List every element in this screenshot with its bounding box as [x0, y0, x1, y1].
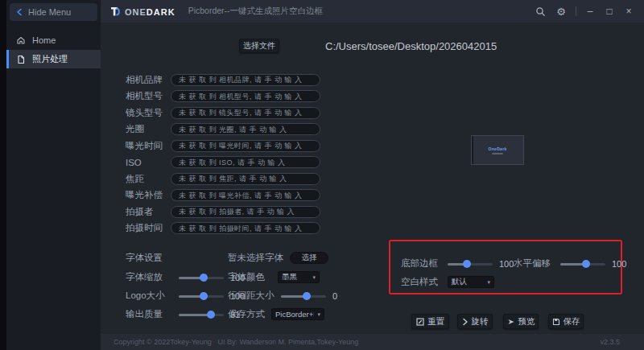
- camera-brand-input[interactable]: [171, 74, 320, 86]
- horizontal-offset-label: 水平偏移: [514, 257, 554, 270]
- horizontal-offset-value: 100: [612, 259, 626, 269]
- output-quality-row: 输出质量 81: [126, 308, 240, 320]
- onedark-logo-icon: [109, 5, 122, 18]
- desktop-edge-strip: [0, 0, 6, 350]
- preview-label: 预览: [518, 316, 535, 327]
- sidebar-item-home[interactable]: Home: [6, 31, 101, 49]
- chevron-left-icon: [16, 5, 23, 19]
- sidebar-item-photo-processing[interactable]: 照片处理: [6, 50, 101, 68]
- font-color-value: 墨黑: [282, 272, 297, 282]
- thumbnail-logo-text: OneDark: [489, 146, 507, 151]
- line-spacing-slider[interactable]: [281, 292, 326, 300]
- copyright-text: Copyright © 2022Tokey-Yeung UI By: Wande…: [114, 338, 358, 346]
- sidebar-item-label: 照片处理: [32, 53, 68, 65]
- blank-style-value: 默认: [452, 277, 467, 287]
- hide-menu-label: Hide Menu: [28, 7, 71, 17]
- horizontal-offset-row: 水平偏移 100: [514, 257, 626, 270]
- field-label: 拍摄者: [126, 206, 171, 218]
- search-icon[interactable]: [534, 5, 547, 18]
- select-file-button[interactable]: 选择文件: [239, 39, 279, 53]
- preview-thumbnail: OneDark: [471, 135, 524, 165]
- bottom-border-value: 100: [499, 259, 514, 269]
- field-label: 曝光补偿: [126, 189, 171, 201]
- line-spacing-value: 0: [332, 291, 337, 301]
- reset-button[interactable]: 重置: [411, 314, 449, 329]
- logo-size-slider[interactable]: [179, 292, 224, 300]
- photographer-input[interactable]: [171, 206, 320, 218]
- aperture-input[interactable]: [171, 123, 320, 135]
- exposure-compensation-input[interactable]: [171, 189, 320, 201]
- shooting-time-input[interactable]: [171, 222, 320, 234]
- focal-length-input[interactable]: [171, 173, 320, 185]
- status-bar: Copyright © 2022Tokey-Yeung UI By: Wande…: [101, 334, 644, 350]
- sidebar-item-label: Home: [32, 35, 56, 45]
- bottom-border-slider[interactable]: [448, 260, 493, 268]
- app-logo: ONEDARK: [109, 4, 175, 19]
- titlebar: ONEDARK Picborder--一键式生成照片空白边框 ⚙ – □ ×: [101, 0, 644, 23]
- exif-row: 拍摄者: [126, 205, 320, 219]
- exif-row: 相机型号: [126, 90, 320, 104]
- window-title: Picborder--一键式生成照片空白边框: [188, 6, 323, 17]
- lens-model-input[interactable]: [171, 107, 320, 119]
- field-label: 镜头型号: [126, 107, 171, 119]
- close-button[interactable]: ×: [623, 6, 634, 17]
- line-spacing-label: 行间距大小: [228, 290, 275, 302]
- save-mode-row: 保存方式 PicBorder+E ▾: [228, 308, 324, 320]
- rotate-button[interactable]: 旋转: [457, 314, 493, 329]
- exif-row: 镜头型号: [126, 106, 320, 120]
- chevron-down-icon: ▾: [309, 274, 316, 281]
- logo-text-dark: DARK: [147, 7, 175, 17]
- save-icon: [552, 318, 560, 326]
- thumbnail-caption-line: [492, 153, 503, 154]
- field-label: 光圈: [126, 123, 171, 135]
- save-mode-label: 保存方式: [228, 308, 268, 320]
- rotate-icon: [462, 318, 469, 326]
- blank-style-row: 空白样式 默认 ▾: [401, 276, 494, 288]
- titlebar-controls: ⚙ – □ ×: [534, 5, 644, 18]
- font-select-button[interactable]: 选择: [290, 252, 328, 264]
- save-mode-select[interactable]: PicBorder+E ▾: [271, 308, 324, 320]
- titlebar-divider: [576, 6, 576, 16]
- save-label: 保存: [564, 316, 580, 327]
- iso-input[interactable]: [171, 156, 320, 168]
- exif-row: 光圈: [126, 123, 320, 137]
- field-label: ISO: [126, 158, 171, 167]
- font-scale-slider[interactable]: [179, 274, 224, 282]
- save-button[interactable]: 保存: [548, 314, 584, 329]
- field-label: 曝光时间: [126, 140, 171, 152]
- font-color-row: 字体颜色 墨黑 ▾: [228, 271, 320, 283]
- home-icon: [16, 35, 26, 45]
- app-window: Hide Menu Home 照片处理 ONEDARK Picborder--一…: [0, 0, 644, 350]
- document-icon: [16, 55, 26, 64]
- preview-icon: [507, 318, 515, 326]
- bottom-border-label: 底部边框: [401, 257, 441, 270]
- camera-model-input[interactable]: [171, 90, 320, 102]
- preview-button[interactable]: 预览: [503, 314, 539, 329]
- font-settings-title: 字体设置: [126, 252, 163, 264]
- exif-row: ISO: [126, 156, 320, 170]
- gear-icon[interactable]: ⚙: [555, 5, 568, 18]
- output-quality-slider[interactable]: [179, 311, 224, 319]
- exif-row: 曝光时间: [126, 139, 320, 153]
- bottom-border-row: 底部边框 100: [401, 257, 514, 270]
- font-color-select[interactable]: 墨黑 ▾: [278, 271, 320, 283]
- exposure-time-input[interactable]: [171, 140, 320, 152]
- output-quality-label: 输出质量: [126, 308, 172, 320]
- hide-menu-button[interactable]: Hide Menu: [10, 3, 97, 21]
- font-scale-label: 字体缩放: [126, 271, 172, 283]
- no-font-label: 暂未选择字体: [228, 252, 283, 264]
- exif-row: 拍摄时间: [126, 222, 320, 236]
- blank-style-select[interactable]: 默认 ▾: [448, 276, 494, 288]
- field-label: 相机品牌: [126, 74, 171, 86]
- minimize-button[interactable]: –: [584, 6, 596, 17]
- horizontal-offset-slider[interactable]: [560, 260, 605, 268]
- maximize-button[interactable]: □: [604, 6, 615, 17]
- field-label: 拍摄时间: [126, 222, 171, 234]
- version-text: v2.3.5: [600, 338, 620, 346]
- reset-label: 重置: [427, 316, 444, 327]
- logo-text-one: ONE: [125, 7, 147, 17]
- chevron-down-icon: ▾: [484, 279, 490, 286]
- save-mode-value: PicBorder+E: [275, 310, 314, 319]
- reset-icon: [416, 318, 424, 326]
- sidebar: Hide Menu Home 照片处理: [6, 0, 101, 350]
